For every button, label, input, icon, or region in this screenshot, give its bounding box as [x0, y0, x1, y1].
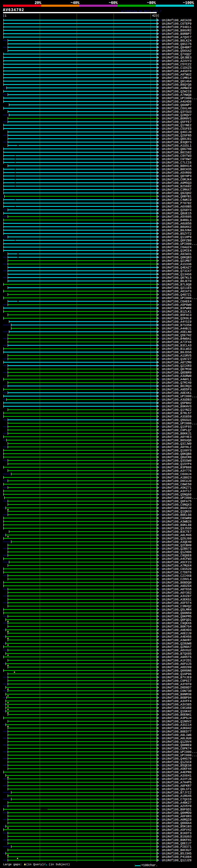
svg-text:UniRef100_A0NWI9: UniRef100_A0NWI9: [162, 87, 192, 90]
svg-text:UniRef100_A9D5F3: UniRef100_A9D5F3: [162, 388, 192, 391]
svg-text:UniRef100_C9P6I7: UniRef100_C9P6I7: [162, 679, 192, 683]
svg-text:UniRef100_Q2G8Y3: UniRef100_Q2G8Y3: [162, 209, 192, 212]
svg-text:UniRef100_A1USL1: UniRef100_A1USL1: [162, 144, 192, 148]
svg-text:UniRef100_A3UDB3: UniRef100_A3UDB3: [162, 398, 192, 402]
svg-text:UniRef100_Q0BYB1: UniRef100_Q0BYB1: [162, 195, 192, 198]
svg-text:UniRef100_B7JYI2: UniRef100_B7JYI2: [162, 791, 192, 795]
svg-text:UniRef100_A6U856: UniRef100_A6U856: [162, 222, 192, 225]
svg-text:UniRef100_A7MUX4: UniRef100_A7MUX4: [162, 564, 192, 567]
svg-text:UniRef100_Q89J81: UniRef100_Q89J81: [162, 137, 192, 141]
svg-text:UniRef100_C8WC50: UniRef100_C8WC50: [162, 483, 192, 486]
svg-text:UniRef100_Q1QN33: UniRef100_Q1QN33: [162, 510, 192, 513]
svg-text:UniRef100_A2V5Y0: UniRef100_A2V5Y0: [162, 805, 192, 808]
svg-text:UniRef100_C9T6W7: UniRef100_C9T6W7: [162, 158, 192, 161]
svg-text:~100%: ~100%: [183, 1, 194, 5]
svg-text:|1: |1: [3, 14, 6, 18]
svg-text:UniRef100_C7D6T6: UniRef100_C7D6T6: [162, 571, 192, 574]
svg-text:UniRef100_C9VTW3: UniRef100_C9VTW3: [162, 154, 192, 158]
svg-text:UniRef100_Q0HRE9: UniRef100_Q0HRE9: [162, 744, 192, 747]
svg-text:UniRef100_A3X641: UniRef100_A3X641: [162, 774, 192, 777]
svg-text:UniRef100_Q07KL5: UniRef100_Q07KL5: [162, 276, 192, 280]
svg-text:UniRef100_Q6LST1: UniRef100_Q6LST1: [162, 787, 192, 791]
svg-text:UniRef100_A4EH56: UniRef100_A4EH56: [162, 635, 192, 639]
svg-text:UniRef100_C8SWR9: UniRef100_C8SWR9: [162, 517, 192, 520]
svg-text:UniRef100_Q2W2I8: UniRef100_Q2W2I8: [162, 90, 192, 93]
svg-text:UniRef100_B0UHX2: UniRef100_B0UHX2: [162, 225, 192, 229]
svg-text:UniRef100_B5J3H5: UniRef100_B5J3H5: [162, 852, 192, 856]
svg-text:UniRef100_B9QYQ6: UniRef100_B9QYQ6: [162, 83, 192, 87]
svg-text:UniRef100_Q2CBH9: UniRef100_Q2CBH9: [162, 544, 192, 547]
svg-text:UniRef100_Q94BR7: UniRef100_Q94BR7: [162, 46, 192, 49]
svg-text:UniRef100_B6BP94: UniRef100_B6BP94: [162, 696, 192, 700]
svg-text:UniRef100_Q98N59: UniRef100_Q98N59: [162, 612, 192, 615]
svg-text:UniRef100_UPI000...: UniRef100_UPI000...: [162, 496, 197, 500]
svg-text:UniRef100_UPI000...: UniRef100_UPI000...: [162, 395, 197, 398]
svg-text:UniRef100_B3PWR8: UniRef100_B3PWR8: [162, 307, 192, 310]
svg-text:UniRef100_UPI000...: UniRef100_UPI000...: [162, 422, 197, 425]
svg-text:UniRef100_Q8DBR9: UniRef100_Q8DBR9: [162, 371, 192, 374]
svg-text:(in Subject): (in Subject): [48, 863, 70, 866]
svg-text:UniRef100_A3Y776: UniRef100_A3Y776: [162, 469, 192, 473]
svg-text:UniRef100_B9KL88: UniRef100_B9KL88: [162, 523, 192, 527]
svg-text:UniRef100_Q134S6: UniRef100_Q134S6: [162, 273, 192, 276]
svg-text:UniRef100_Q9SI75: UniRef100_Q9SI75: [162, 42, 192, 46]
svg-text:UniRef100_A7HWQ8: UniRef100_A7HWQ8: [162, 93, 192, 97]
svg-text:UniRef100_Q2N9A7: UniRef100_Q2N9A7: [162, 645, 192, 649]
svg-text:UniRef100_Q5NQ66: UniRef100_Q5NQ66: [162, 493, 192, 496]
svg-text:UniRef100_A5ELN0: UniRef100_A5ELN0: [162, 331, 192, 334]
svg-text:UniRef100_B6IRQ3: UniRef100_B6IRQ3: [162, 384, 192, 388]
svg-text:UniRef100_Q0HMD9: UniRef100_Q0HMD9: [162, 811, 192, 815]
svg-text:UniRef100_Q8EIJ7: UniRef100_Q8EIJ7: [162, 842, 192, 845]
svg-text:UniRef100_A4WVL1: UniRef100_A4WVL1: [162, 378, 192, 381]
svg-text:UniRef100_A3URW0: UniRef100_A3URW0: [162, 374, 192, 378]
svg-text:~60%: ~60%: [109, 1, 118, 5]
svg-text:UniRef100_A6D209: UniRef100_A6D209: [162, 666, 192, 669]
svg-text:UniRef100_B3PB88: UniRef100_B3PB88: [162, 466, 192, 469]
svg-text:UniRef100_B0C6U7: UniRef100_B0C6U7: [162, 848, 192, 852]
svg-text:UniRef100_C7LCI6: UniRef100_C7LCI6: [162, 161, 192, 164]
svg-text:UniRef100_Q21M87: UniRef100_Q21M87: [162, 259, 192, 262]
svg-text:UniRef100_A4S0T0: UniRef100_A4S0T0: [162, 70, 192, 73]
svg-text:UniRef100_B9KFH1: UniRef100_B9KFH1: [162, 838, 192, 842]
svg-text:UniRef100_A3K942: UniRef100_A3K942: [162, 727, 192, 730]
svg-text:UniRef100_A8IAT3: UniRef100_A8IAT3: [162, 290, 192, 293]
svg-text:UniRef100_A1S336: UniRef100_A1S336: [162, 262, 192, 266]
svg-text:UniRef100_Q160Y3: UniRef100_Q160Y3: [162, 449, 192, 452]
svg-text:UniRef100_A3VFF4: UniRef100_A3VFF4: [162, 700, 192, 703]
svg-text:UniRef100_C9CU68: UniRef100_C9CU68: [162, 706, 192, 710]
svg-text:UniRef100_A9DZG4: UniRef100_A9DZG4: [162, 584, 192, 588]
svg-text:UniRef100_P34811: UniRef100_P34811: [162, 26, 192, 29]
svg-text:UniRef100_Q2BG73: UniRef100_Q2BG73: [162, 547, 192, 551]
svg-text:UniRef100_B8ELG6: UniRef100_B8ELG6: [162, 513, 192, 517]
svg-text:UniRef100_B1LWS3: UniRef100_B1LWS3: [162, 347, 192, 351]
svg-text:UniRef100_B9GVR2: UniRef100_B9GVR2: [162, 29, 192, 32]
svg-text:UniRef100_C2I4X8: UniRef100_C2I4X8: [162, 574, 192, 578]
svg-text:UniRef100_Q87M30: UniRef100_Q87M30: [162, 368, 192, 371]
svg-text:UniRef100_Q0FA75: UniRef100_Q0FA75: [162, 500, 192, 503]
svg-text:UniRef100_A3SI14: UniRef100_A3SI14: [162, 723, 192, 727]
svg-text:UniRef100_Q9KPM5: UniRef100_Q9KPM5: [162, 615, 192, 618]
svg-text:UniRef100_B6JET0: UniRef100_B6JET0: [162, 280, 192, 283]
svg-text:UniRef100_Q1GP96: UniRef100_Q1GP96: [162, 673, 192, 676]
svg-text:UniRef100_B5ZYT2: UniRef100_B5ZYT2: [162, 232, 192, 236]
svg-text:UniRef100_A5KZ71: UniRef100_A5KZ71: [162, 486, 192, 490]
svg-text:20%: 20%: [34, 1, 41, 5]
svg-text:UniRef100_A0RQI0: UniRef100_A0RQI0: [162, 818, 192, 822]
svg-text:UniRef100_A4EPR8: UniRef100_A4EPR8: [162, 771, 192, 774]
svg-text:UniRef100_A6X0B5: UniRef100_A6X0B5: [162, 205, 192, 209]
svg-text:UniRef100_C6AEE4: UniRef100_C6AEE4: [162, 300, 192, 303]
svg-text:UniRef100_Q00GN6: UniRef100_Q00GN6: [162, 669, 192, 673]
svg-text:UniRef100_B0SUQ6: UniRef100_B0SUQ6: [162, 439, 192, 442]
svg-text:UniRef100_B6BDQ0: UniRef100_B6BDQ0: [162, 581, 192, 584]
svg-text:UniRef100_Q7MI49: UniRef100_Q7MI49: [162, 381, 192, 384]
svg-text:UniRef100_A1F2D1: UniRef100_A1F2D1: [162, 659, 192, 662]
svg-text:UniRef100_C1DXZ5: UniRef100_C1DXZ5: [162, 66, 192, 70]
svg-text:UniRef100_B9KHV3: UniRef100_B9KHV3: [162, 405, 192, 408]
svg-text:UniRef100_Q8KQB3: UniRef100_Q8KQB3: [162, 256, 192, 259]
svg-text:UniRef100_Q92QH2: UniRef100_Q92QH2: [162, 191, 192, 195]
svg-text:UniRef100_B8LKZ4: UniRef100_B8LKZ4: [162, 39, 192, 42]
svg-text:UniRef100_Q0FQD1: UniRef100_Q0FQD1: [162, 618, 192, 622]
svg-text:UniRef100_Q73IX7: UniRef100_Q73IX7: [162, 270, 192, 273]
svg-text:UniRef100_Q4EAZ7: UniRef100_Q4EAZ7: [162, 266, 192, 270]
svg-text:UniRef100_UPI000...: UniRef100_UPI000...: [162, 242, 197, 246]
